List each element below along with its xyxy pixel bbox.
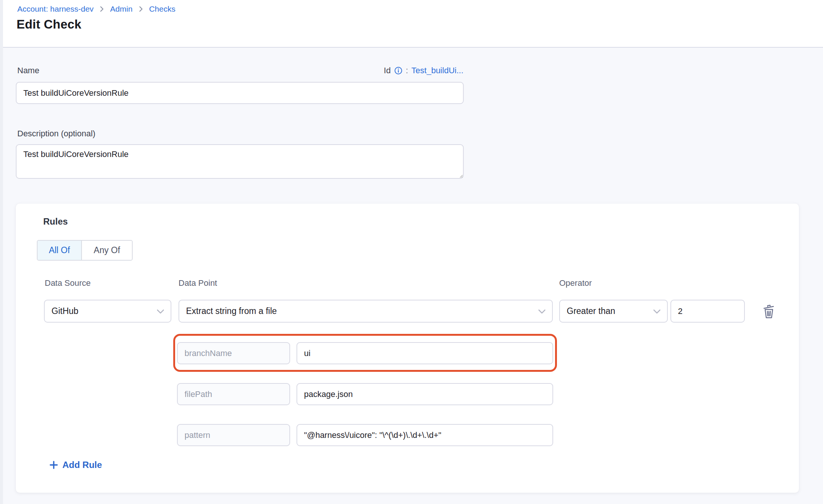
- param-key-pattern[interactable]: [177, 424, 290, 446]
- param-key-filepath[interactable]: [177, 383, 290, 405]
- description-textarea[interactable]: Test buildUiCoreVersionRule: [16, 144, 464, 179]
- id-row: Id : Test_buildUi...: [384, 66, 463, 75]
- left-gutter: [0, 0, 3, 504]
- id-label: Id: [384, 66, 390, 75]
- data-point-select[interactable]: Extract string from a file: [179, 300, 553, 323]
- operator-select[interactable]: Greater than: [559, 300, 668, 323]
- data-source-value: GitHub: [51, 306, 79, 316]
- chevron-down-icon: [156, 306, 165, 316]
- id-colon: :: [406, 66, 408, 75]
- trash-icon: [762, 304, 776, 319]
- id-link[interactable]: Test_buildUi...: [411, 66, 463, 75]
- operator-label: Operator: [559, 278, 592, 288]
- operator-value: Greater than: [567, 306, 615, 316]
- param-value-branchname[interactable]: [297, 342, 553, 364]
- name-label: Name: [17, 66, 39, 75]
- add-rule-label: Add Rule: [62, 460, 102, 470]
- delete-rule-button[interactable]: [761, 303, 777, 320]
- info-icon[interactable]: [394, 66, 402, 75]
- page-title: Edit Check: [17, 17, 82, 32]
- toggle-any-of[interactable]: Any Of: [82, 241, 132, 260]
- name-input[interactable]: [16, 82, 464, 104]
- chevron-right-icon: [138, 6, 144, 12]
- toggle-all-of[interactable]: All Of: [38, 241, 82, 260]
- param-value-filepath[interactable]: [297, 383, 553, 405]
- name-field-header: Name Id : Test_buildUi...: [17, 66, 463, 75]
- data-point-value: Extract string from a file: [186, 306, 277, 316]
- description-label: Description (optional): [17, 129, 95, 139]
- param-value-pattern[interactable]: [297, 424, 553, 446]
- operator-value-input[interactable]: [670, 300, 745, 323]
- data-source-label: Data Source: [45, 278, 91, 288]
- param-key-branchname[interactable]: [177, 342, 290, 364]
- rules-match-toggle: All Of Any Of: [37, 240, 133, 261]
- edit-check-page: Account: harness-dev Admin Checks Edit C…: [0, 0, 823, 504]
- chevron-down-icon: [653, 306, 661, 316]
- plus-icon: [49, 460, 58, 469]
- data-point-label: Data Point: [179, 278, 217, 288]
- chevron-right-icon: [99, 6, 105, 12]
- breadcrumb-checks[interactable]: Checks: [149, 3, 175, 15]
- data-source-select[interactable]: GitHub: [44, 300, 171, 323]
- breadcrumb-account[interactable]: Account: harness-dev: [17, 3, 94, 15]
- rules-card: Rules All Of Any Of Data Source Data Poi…: [16, 204, 799, 493]
- chevron-down-icon: [538, 306, 546, 316]
- page-header: Account: harness-dev Admin Checks Edit C…: [0, 0, 823, 48]
- rules-label: Rules: [43, 216, 68, 227]
- breadcrumb: Account: harness-dev Admin Checks: [17, 3, 175, 15]
- add-rule-button[interactable]: Add Rule: [49, 460, 102, 470]
- breadcrumb-admin[interactable]: Admin: [110, 3, 133, 15]
